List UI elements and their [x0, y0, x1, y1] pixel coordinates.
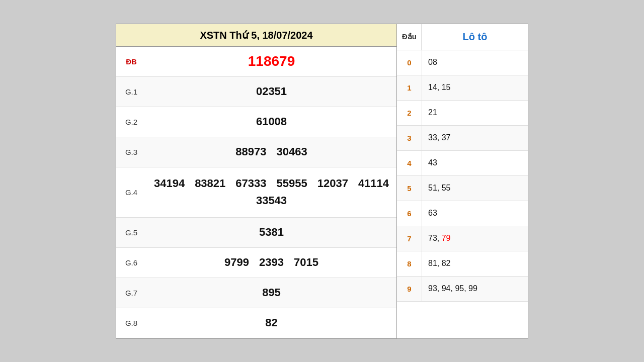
prize-label-g8: G.8 — [116, 315, 146, 331]
prize-num-g7: 895 — [262, 286, 281, 299]
main-container: XSTN Thứ 5, 18/07/2024 ĐB 118679 G.1 023… — [116, 24, 528, 339]
prize-values-g1: 02351 — [146, 81, 396, 102]
loto-row-5: 5 51, 55 — [397, 176, 528, 201]
prize-num-g4-7: 33543 — [256, 194, 287, 207]
prize-num-g6-2: 2393 — [259, 256, 284, 269]
prize-num-g4-5: 12037 — [317, 177, 348, 190]
loto-index-4: 4 — [397, 151, 422, 175]
prize-values-g3: 88973 30463 — [146, 141, 396, 162]
prize-num-g2: 61008 — [256, 115, 287, 128]
loto-title: Lô tô — [422, 31, 528, 43]
prize-label-g1: G.1 — [116, 83, 146, 100]
loto-row-1: 1 14, 15 — [397, 75, 528, 101]
prize-num-g4-6: 41114 — [358, 177, 389, 190]
loto-nums-1: 14, 15 — [422, 80, 528, 95]
prize-num-db: 118679 — [248, 53, 295, 69]
loto-nums-3: 33, 37 — [422, 130, 528, 145]
loto-index-3: 3 — [397, 126, 422, 150]
right-table: Đầu Lô tô 0 08 1 14, 15 2 21 3 33, 37 4 … — [397, 24, 528, 338]
loto-row-0: 0 08 — [397, 50, 528, 75]
prize-values-g5: 5381 — [146, 222, 396, 243]
prize-row-g8: G.8 82 — [116, 308, 396, 338]
prize-row-g6: G.6 9799 2393 7015 — [116, 248, 396, 278]
loto-nums-8: 81, 82 — [422, 256, 528, 271]
prize-values-g2: 61008 — [146, 111, 396, 132]
loto-row-4: 4 43 — [397, 151, 528, 176]
loto-row-3: 3 33, 37 — [397, 126, 528, 151]
prize-row-db: ĐB 118679 — [116, 47, 396, 77]
prize-num-g4-1: 34194 — [154, 177, 185, 190]
prize-num-g4-4: 55955 — [277, 177, 307, 190]
loto-row-7: 7 73, 79 — [397, 226, 528, 251]
loto-nums-5: 51, 55 — [422, 180, 528, 196]
prize-row-g1: G.1 02351 — [116, 77, 396, 107]
prize-label-g7: G.7 — [116, 285, 146, 301]
loto-nums-6: 63 — [422, 206, 528, 221]
prize-label-g5: G.5 — [116, 224, 146, 241]
prize-values-g6: 9799 2393 7015 — [146, 252, 396, 273]
loto-dau-label: Đầu — [397, 24, 422, 50]
prize-values-g4: 34194 83821 67333 55955 12037 41114 3354… — [146, 173, 396, 211]
loto-index-5: 5 — [397, 176, 422, 201]
prize-num-g5: 5381 — [259, 226, 284, 239]
left-table: XSTN Thứ 5, 18/07/2024 ĐB 118679 G.1 023… — [116, 24, 397, 338]
prize-values-db: 118679 — [146, 49, 396, 73]
prize-label-g2: G.2 — [116, 114, 146, 130]
loto-row-9: 9 93, 94, 95, 99 — [397, 277, 528, 302]
prize-label-g3: G.3 — [116, 144, 146, 160]
prize-row-g7: G.7 895 — [116, 278, 396, 308]
table-title: XSTN Thứ 5, 18/07/2024 — [200, 30, 312, 41]
prize-num-g6-3: 7015 — [294, 256, 318, 269]
loto-nums-2: 21 — [422, 105, 528, 120]
prize-num-g4-3: 67333 — [235, 177, 266, 190]
prize-num-g4-2: 83821 — [195, 177, 225, 190]
prize-values-g8: 82 — [146, 312, 396, 333]
loto-row-8: 8 81, 82 — [397, 251, 528, 277]
prize-num-g3-2: 30463 — [277, 145, 307, 158]
loto-index-9: 9 — [397, 277, 422, 301]
loto-row-2: 2 21 — [397, 101, 528, 126]
loto-row-6: 6 63 — [397, 201, 528, 226]
prize-num-g6-1: 9799 — [224, 256, 249, 269]
prize-num-g3-1: 88973 — [235, 145, 266, 158]
prize-row-g4: G.4 34194 83821 67333 55955 12037 41114 … — [116, 167, 396, 218]
loto-red-79: 79 — [442, 234, 451, 242]
prize-label-g4: G.4 — [116, 184, 146, 201]
loto-index-7: 7 — [397, 226, 422, 251]
loto-nums-7: 73, 79 — [422, 231, 528, 246]
loto-nums-0: 08 — [422, 55, 528, 70]
loto-index-0: 0 — [397, 50, 422, 75]
loto-nums-4: 43 — [422, 155, 528, 170]
prize-row-g5: G.5 5381 — [116, 218, 396, 248]
loto-index-2: 2 — [397, 101, 422, 125]
prize-num-g1: 02351 — [256, 85, 287, 98]
loto-index-6: 6 — [397, 201, 422, 226]
prize-label-db: ĐB — [116, 53, 146, 70]
prize-num-g8: 82 — [265, 316, 277, 329]
loto-index-8: 8 — [397, 251, 422, 276]
loto-nums-9: 93, 94, 95, 99 — [422, 281, 528, 296]
prize-row-g3: G.3 88973 30463 — [116, 137, 396, 167]
table-header: XSTN Thứ 5, 18/07/2024 — [116, 24, 396, 47]
prize-label-g6: G.6 — [116, 254, 146, 271]
loto-header: Đầu Lô tô — [397, 24, 528, 50]
prize-values-g7: 895 — [146, 282, 396, 303]
prize-row-g2: G.2 61008 — [116, 107, 396, 137]
loto-index-1: 1 — [397, 75, 422, 100]
